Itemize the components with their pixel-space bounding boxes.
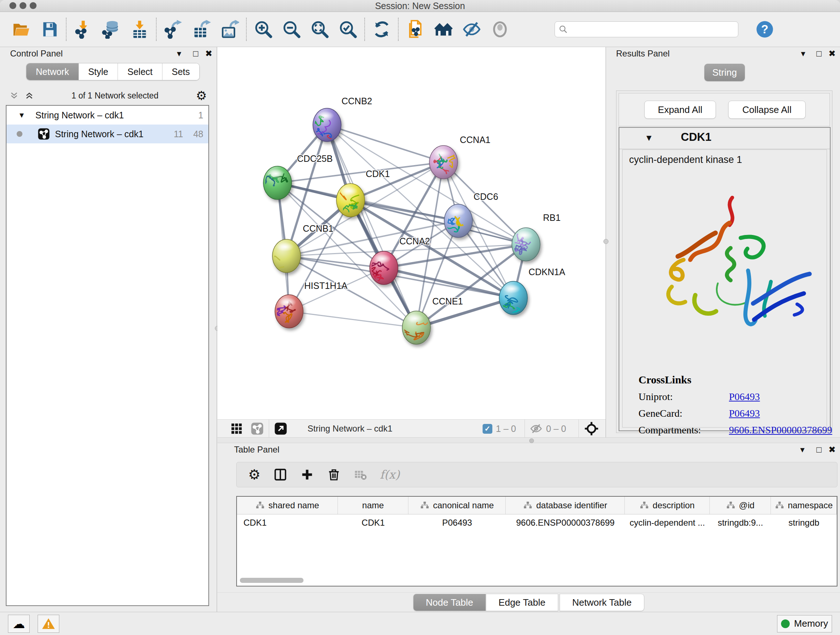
edge-CCNA2-CDKN1A[interactable]: [384, 268, 513, 298]
right-splitter-handle[interactable]: [603, 239, 608, 244]
table-settings-gear-icon[interactable]: ⚙: [248, 468, 261, 481]
import-network-file-icon[interactable]: [69, 16, 97, 42]
table-panel-menu-icon[interactable]: ▾: [796, 445, 808, 455]
splitter-handle-dot[interactable]: [529, 439, 534, 443]
table-cell[interactable]: CDK1: [237, 515, 338, 531]
results-panel-menu-icon[interactable]: ▾: [797, 49, 809, 59]
export-table-icon[interactable]: [187, 16, 216, 42]
column-header-name[interactable]: name: [338, 497, 409, 514]
detach-view-icon[interactable]: [274, 422, 287, 435]
column-header-id[interactable]: @id: [710, 497, 771, 514]
network-collection-row[interactable]: ▼ String Network – cdk1 1: [6, 106, 208, 125]
first-neighbors-icon[interactable]: [429, 16, 458, 42]
help-icon[interactable]: ?: [751, 16, 779, 42]
selected-checkbox-icon[interactable]: ✓: [483, 424, 493, 434]
node-HIST1H1A[interactable]: [275, 295, 303, 328]
horizontal-splitter[interactable]: [218, 437, 840, 443]
refresh-icon[interactable]: [368, 16, 396, 42]
edge-HIST1H1A-CCNE1[interactable]: [289, 311, 416, 328]
expand-all-icon[interactable]: [25, 91, 34, 100]
node-CDK1[interactable]: [328, 184, 365, 217]
delete-column-icon[interactable]: [327, 468, 341, 481]
expand-all-button[interactable]: Expand All: [644, 101, 716, 119]
tab-node-table[interactable]: Node Table: [413, 594, 486, 611]
zoom-in-icon[interactable]: [249, 16, 278, 42]
export-network-icon[interactable]: [159, 16, 187, 42]
column-header-databaseidentifier[interactable]: database identifier: [506, 497, 625, 514]
control-panel-close-icon[interactable]: ✖: [202, 49, 215, 59]
hidden-eye-slash-icon[interactable]: [530, 423, 542, 435]
column-header-sharedname[interactable]: shared name: [237, 497, 338, 514]
birds-eye-view-icon[interactable]: [584, 421, 599, 436]
gene-section-header[interactable]: ▼ CDK1: [619, 128, 830, 149]
edge-CCNB2-RB1[interactable]: [327, 125, 526, 244]
table-panel-float-icon[interactable]: □: [813, 445, 825, 455]
string-network-graph[interactable]: CCNB2CCNA1CDC25BCDK1CDC6RB1CCNB1CCNA2CDK…: [218, 47, 606, 419]
node-CCNB1[interactable]: [270, 239, 301, 272]
table-panel-close-icon[interactable]: ✖: [826, 445, 838, 455]
open-folder-icon[interactable]: [7, 16, 35, 42]
zoom-fit-icon[interactable]: [306, 16, 334, 42]
column-header-namespace[interactable]: namespace: [771, 497, 837, 514]
import-table-file-icon[interactable]: [126, 16, 154, 42]
table-horizontal-scrollbar[interactable]: [240, 578, 303, 583]
tab-network-table[interactable]: Network Table: [560, 594, 644, 611]
column-header-canonicalname[interactable]: canonical name: [409, 497, 506, 514]
edge-CCNE1-CDKN1A[interactable]: [416, 298, 513, 328]
crosslink-link[interactable]: P06493: [729, 408, 760, 419]
show-all-icon[interactable]: [486, 16, 514, 42]
zoom-selected-icon[interactable]: [334, 16, 362, 42]
delete-table-icon[interactable]: [354, 468, 367, 481]
table-cell[interactable]: 9606.ENSP00000378699: [506, 515, 625, 531]
clone-network-icon[interactable]: [401, 16, 429, 42]
gene-collapse-icon[interactable]: ▼: [645, 133, 653, 143]
export-image-icon[interactable]: [216, 16, 244, 42]
tab-select[interactable]: Select: [118, 63, 162, 80]
tab-edge-table[interactable]: Edge Table: [486, 594, 558, 611]
results-panel-close-icon[interactable]: ✖: [826, 49, 838, 59]
search-input[interactable]: [568, 22, 738, 36]
table-cell[interactable]: P06493: [409, 515, 506, 531]
collection-expand-icon[interactable]: ▼: [18, 111, 25, 119]
table-cell[interactable]: stringdb: [771, 515, 837, 531]
edge-CCNB2-CCNE1[interactable]: [327, 125, 416, 328]
table-cell[interactable]: cyclin-dependent ...: [625, 515, 709, 531]
edge-CCNB1-CCNA2[interactable]: [286, 256, 384, 268]
table-row[interactable]: CDK1CDK1P064939606.ENSP00000378699cyclin…: [237, 515, 837, 531]
zoom-out-icon[interactable]: [278, 16, 306, 42]
save-session-icon[interactable]: [35, 16, 64, 42]
crosslink-link[interactable]: P06493: [729, 391, 760, 402]
edge-CCNB2-CCNA1[interactable]: [327, 125, 444, 162]
control-panel-menu-icon[interactable]: ▾: [173, 49, 185, 59]
memory-button[interactable]: Memory: [777, 615, 832, 632]
warning-icon[interactable]: [38, 615, 59, 633]
edge-CDC25B-CDC6[interactable]: [278, 183, 458, 221]
grid-view-icon[interactable]: [231, 423, 243, 435]
tab-string[interactable]: String: [704, 64, 745, 81]
tab-network[interactable]: Network: [27, 63, 79, 80]
node-CCNA1[interactable]: [429, 146, 461, 179]
apply-function-icon[interactable]: f(x): [380, 468, 400, 481]
collapse-all-button[interactable]: Collapse All: [728, 101, 806, 119]
node-CDC6[interactable]: [444, 204, 472, 238]
crosslink-link[interactable]: 9606.ENSP00000378699: [729, 424, 832, 436]
collapse-all-icon[interactable]: [9, 91, 19, 100]
show-columns-icon[interactable]: [273, 468, 287, 481]
node-CCNB2[interactable]: [313, 108, 358, 146]
network-options-gear-icon[interactable]: ⚙: [196, 89, 207, 102]
cloud-status-icon[interactable]: ☁: [8, 615, 30, 633]
network-row-selected[interactable]: String Network – cdk1 11 48: [6, 125, 208, 143]
network-canvas[interactable]: CCNB2CCNA1CDC25BCDK1CDC6RB1CCNB1CCNA2CDK…: [218, 47, 606, 419]
control-panel-float-icon[interactable]: □: [189, 49, 202, 59]
node-CCNE1[interactable]: [400, 311, 445, 344]
node-CDC25B[interactable]: [255, 166, 292, 200]
table-cell[interactable]: stringdb:9...: [710, 515, 771, 531]
network-view-icon[interactable]: [251, 422, 264, 435]
tab-style[interactable]: Style: [79, 63, 118, 80]
column-header-description[interactable]: description: [625, 497, 709, 514]
import-network-database-icon[interactable]: [97, 16, 126, 42]
hide-selected-icon[interactable]: [458, 16, 486, 42]
node-RB1[interactable]: [512, 228, 540, 261]
add-column-icon[interactable]: [300, 468, 314, 481]
table-cell[interactable]: CDK1: [338, 515, 409, 531]
